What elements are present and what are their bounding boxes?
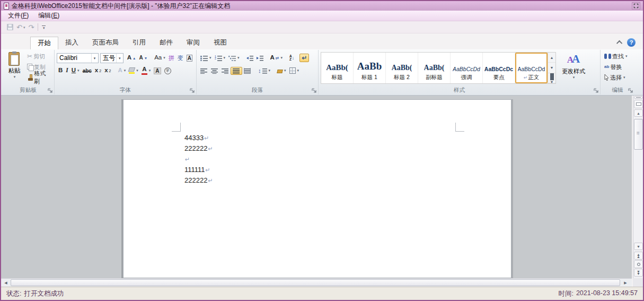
document-line[interactable]: 44333↵ — [184, 133, 213, 143]
gallery-more-button[interactable]: ▼ — [548, 73, 555, 83]
font-size-combo[interactable]: 五号▾ — [100, 53, 123, 63]
menu-file[interactable]: 文件(F) — [3, 11, 33, 21]
change-styles-button[interactable]: AA 更改样式 ▾ — [558, 51, 589, 87]
find-button[interactable]: 查找▾ — [603, 51, 629, 61]
scroll-left-button[interactable]: ◀ — [2, 279, 10, 286]
vertical-scrollbar[interactable]: ▲ ▼ ▲▲ ▼▼ — [633, 96, 643, 287]
qat-customize-button[interactable]: ▾ — [40, 25, 47, 30]
menu-edit[interactable]: 编辑(E) — [33, 11, 64, 21]
font-family-combo[interactable]: Calibri▾ — [57, 53, 99, 63]
style-item-normal[interactable]: AaBbCcDd↵正文 — [515, 53, 548, 83]
text-effects-button[interactable]: A▾ — [116, 67, 127, 74]
document-canvas[interactable]: 44333↵ 222222↵ ↵ 111111↵ 222222↵ — [1, 96, 632, 278]
undo-dropdown[interactable]: ▾ — [23, 25, 25, 29]
style-item-strong[interactable]: AaBbCcDc要点 — [483, 53, 515, 83]
vertical-scroll-thumb[interactable] — [634, 119, 643, 150]
subscript-button[interactable]: x2 — [93, 67, 103, 74]
document-line[interactable]: 222222↵ — [184, 143, 213, 154]
superscript-button[interactable]: x2 — [103, 67, 112, 74]
document-text[interactable]: 44333↵ 222222↵ ↵ 111111↵ 222222↵ — [184, 133, 213, 186]
character-border-button[interactable]: A — [185, 54, 194, 62]
enclose-characters-button[interactable]: 字 — [163, 67, 173, 75]
scroll-down-button[interactable]: ▼ — [634, 243, 643, 250]
align-right-button[interactable] — [220, 67, 231, 74]
select-button[interactable]: 选择▾ — [603, 73, 629, 82]
next-page-button[interactable]: ▼▼ — [634, 269, 643, 277]
tab-review[interactable]: 审阅 — [180, 37, 207, 49]
split-handle[interactable] — [634, 96, 643, 99]
underline-button[interactable]: U▾ — [70, 67, 81, 74]
save-button[interactable] — [5, 23, 15, 31]
asian-layout-button[interactable]: A⇄▾ — [269, 54, 285, 62]
scroll-up-button[interactable]: ▲ — [634, 109, 643, 117]
bullets-button[interactable]: ▾ — [199, 55, 213, 62]
format-painter-button[interactable]: 格式刷 — [25, 73, 52, 82]
align-center-button[interactable] — [209, 67, 220, 74]
shrink-font-button[interactable]: A▼ — [138, 55, 149, 61]
tab-home[interactable]: 开始 — [30, 37, 58, 49]
undo-button[interactable]: ↶▾ — [15, 23, 27, 31]
numbering-button[interactable]: 12▾ — [213, 55, 227, 62]
select-browse-object-button[interactable] — [634, 260, 643, 268]
paste-dropdown-icon[interactable]: ▾ — [14, 75, 16, 79]
style-item-heading2[interactable]: AaBb(标题 2 — [386, 53, 418, 83]
increase-indent-button[interactable] — [255, 55, 265, 62]
tab-references[interactable]: 引用 — [126, 37, 153, 49]
gallery-scroll-down-button[interactable]: ▼ — [548, 63, 555, 73]
grow-font-button[interactable]: A▲ — [126, 54, 138, 62]
paragraph-mark-icon: ↵ — [204, 135, 209, 141]
horizontal-scrollbar[interactable]: ◀ ▶ — [1, 278, 632, 287]
style-item-heading1[interactable]: AaBb标题 1 — [354, 53, 386, 83]
show-hide-marks-button[interactable]: ↵ — [299, 54, 309, 62]
italic-button[interactable]: I — [64, 67, 69, 74]
scroll-right-button[interactable]: ▶ — [621, 279, 630, 286]
document-page[interactable]: 44333↵ 222222↵ ↵ 111111↵ 222222↵ — [123, 99, 511, 278]
characters-scale-button[interactable]: 变 — [176, 55, 185, 62]
tab-page-layout[interactable]: 页面布局 — [85, 37, 126, 49]
font-dialog-launcher[interactable] — [190, 88, 195, 93]
shading-button[interactable]: ▾ — [276, 67, 288, 74]
bold-button[interactable]: B — [57, 67, 64, 74]
cut-button[interactable]: ✂剪切 — [25, 51, 52, 61]
redo-button[interactable]: ↷ — [27, 23, 36, 31]
qat-separator — [38, 23, 38, 31]
help-button[interactable]: ? — [627, 38, 636, 47]
justify-button[interactable] — [231, 67, 242, 75]
brush-icon — [27, 74, 33, 81]
sort-button[interactable]: AZ↓ — [288, 54, 296, 62]
document-line[interactable]: 222222↵ — [184, 175, 213, 186]
style-item-subtitle[interactable]: AaBb(副标题 — [418, 53, 451, 83]
clipboard-dialog-launcher[interactable] — [48, 88, 53, 93]
multilevel-list-icon — [228, 55, 236, 61]
style-item-emphasis[interactable]: AaBbCcDd强调 — [451, 53, 483, 83]
paste-button[interactable]: 粘贴 ▾ — [5, 52, 23, 87]
minimize-ribbon-icon[interactable] — [616, 40, 622, 46]
line-spacing-button[interactable]: ↕▾ — [257, 67, 272, 74]
ruler-toggle-button[interactable] — [634, 100, 643, 108]
phonetic-guide-button[interactable]: 拼 — [167, 55, 176, 62]
multilevel-list-button[interactable]: ▾ — [227, 55, 241, 62]
borders-button[interactable]: ▾ — [288, 67, 301, 74]
tab-view[interactable]: 视图 — [207, 37, 234, 49]
style-item-title[interactable]: AaBb(标题 — [321, 53, 354, 83]
editing-dialog-launcher[interactable] — [628, 88, 633, 93]
change-case-button[interactable]: Aa▾ — [153, 54, 167, 62]
decrease-indent-button[interactable] — [245, 55, 255, 62]
text-highlight-button[interactable]: ▾ — [127, 67, 140, 74]
font-color-button[interactable]: A▾ — [140, 66, 153, 75]
character-shading-button[interactable]: A — [152, 67, 162, 75]
align-left-button[interactable] — [199, 67, 209, 74]
restore-window-button[interactable] — [632, 2, 640, 10]
paragraph-dialog-launcher[interactable] — [312, 88, 317, 93]
horizontal-scroll-thumb[interactable] — [11, 279, 620, 286]
replace-button[interactable]: ab替换 — [603, 62, 629, 72]
tab-insert[interactable]: 插入 — [58, 37, 85, 49]
tab-mailings[interactable]: 邮件 — [153, 37, 180, 49]
strikethrough-button[interactable]: abc — [81, 67, 93, 74]
document-line[interactable]: 111111↵ — [184, 165, 213, 175]
previous-page-button[interactable]: ▲▲ — [634, 252, 643, 260]
gallery-scroll-up-button[interactable]: ▲ — [548, 53, 555, 63]
distribute-button[interactable] — [242, 67, 253, 74]
document-line[interactable]: ↵ — [184, 154, 213, 165]
styles-dialog-launcher[interactable] — [594, 88, 599, 93]
